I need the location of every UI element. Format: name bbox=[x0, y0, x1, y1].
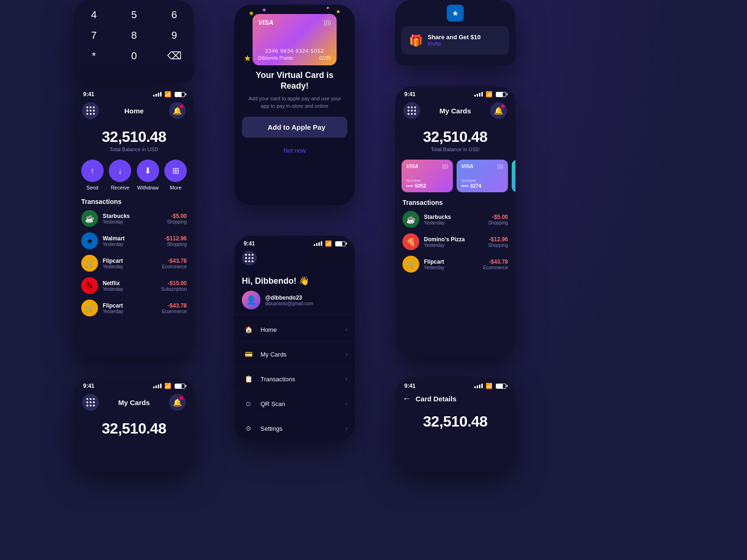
numpad-key[interactable]: 5 bbox=[114, 5, 154, 25]
transaction-item[interactable]: 🛒 Flipcart Yesterday -$43.78 Ecommerce bbox=[402, 256, 508, 273]
tx-amount: -$15.00 bbox=[161, 280, 187, 287]
tx-name: Domino's Pizza bbox=[424, 236, 488, 243]
wifi-3: 📶 bbox=[486, 91, 493, 98]
virtual-card-subtitle: Add your card to apple pay and use your … bbox=[242, 95, 347, 110]
not-now-button[interactable]: Not now bbox=[234, 142, 355, 158]
tx-amounts: -$5.00 Shopping bbox=[488, 214, 508, 225]
action-label-withdraw: Withdraw bbox=[137, 185, 159, 190]
status-icons-6: 📶 bbox=[474, 383, 506, 389]
signal-bars-3 bbox=[474, 92, 483, 97]
tx-name: Starbucks bbox=[424, 214, 488, 220]
menu-item-home[interactable]: 🏠 Home › bbox=[234, 317, 355, 342]
transaction-item[interactable]: 🛒 Flipcart Yesterday -$43.78 Ecommerce bbox=[81, 255, 187, 272]
transaction-item[interactable]: 🍕 Domino's Pizza Yesterday -$12.96 Shopp… bbox=[402, 233, 508, 250]
menu-dots-4[interactable] bbox=[242, 251, 257, 266]
chevron-right-icon: › bbox=[345, 400, 347, 407]
status-bar: 9:41 📶 bbox=[74, 86, 194, 99]
menu-btn-5[interactable] bbox=[82, 394, 99, 411]
share-link[interactable]: Invite bbox=[428, 41, 480, 47]
action-btn-receive[interactable]: ↓ bbox=[109, 160, 131, 182]
notif-btn-5[interactable]: 🔔 bbox=[169, 394, 186, 411]
action-label-send: Send bbox=[86, 185, 99, 190]
numpad-key[interactable]: 9 bbox=[154, 25, 194, 46]
menu-item-transactions[interactable]: 📋 Transactions › bbox=[234, 367, 355, 392]
tx-amounts: -$112.96 Shopping bbox=[165, 235, 187, 247]
numpad-key[interactable]: 4 bbox=[74, 5, 114, 25]
apple-pay-button[interactable]: Add to Apple Pay bbox=[242, 117, 347, 138]
numpad-key[interactable]: ⌫ bbox=[154, 46, 194, 66]
action-item-more[interactable]: ⊞ More bbox=[164, 160, 187, 190]
numpad-key[interactable]: * bbox=[74, 46, 114, 66]
phone-home: 9:41 📶 Home bbox=[74, 86, 194, 357]
tx-date: Yesterday bbox=[103, 309, 162, 314]
numpad-key[interactable]: 0 bbox=[114, 46, 154, 66]
transaction-item[interactable]: ☕ Starbucks Yesterday -$5.00 Shopping bbox=[81, 210, 187, 227]
phone-numpad: 456789*0⌫ bbox=[74, 0, 194, 82]
menu-btn-3[interactable] bbox=[403, 102, 420, 119]
tx-section-3: Transactions ☕ Starbucks Yesterday -$5.0… bbox=[395, 199, 515, 273]
phone-mycards-bottom: 9:41 📶 My Cards bbox=[74, 378, 194, 471]
tx-info: Domino's Pizza Yesterday bbox=[424, 236, 488, 248]
time-4: 9:41 bbox=[244, 240, 255, 247]
action-item-receive[interactable]: ↓ Receive bbox=[109, 160, 131, 190]
tx-info: Netflix Yesterday bbox=[103, 280, 161, 292]
share-box[interactable]: 🎁 Share and Get $10 Invite bbox=[402, 26, 509, 55]
action-btn-send[interactable]: ↑ bbox=[81, 160, 104, 182]
mini-card[interactable]: VISA )))) Number •••• 3274 bbox=[457, 160, 508, 192]
menu-item-qr-scan[interactable]: ⊙ QR Scan › bbox=[234, 392, 355, 416]
balance-label-3: Total Balance in USD bbox=[395, 147, 515, 152]
action-btn-withdraw[interactable]: ⬇ bbox=[137, 160, 159, 182]
action-btn-more[interactable]: ⊞ bbox=[164, 160, 187, 182]
signal-bars bbox=[153, 92, 162, 97]
wifi-5: 📶 bbox=[164, 383, 171, 389]
action-item-send[interactable]: ↑ Send bbox=[81, 160, 104, 190]
phone-card-details: 9:41 📶 ← Card Details 32,510.48 bbox=[395, 378, 515, 471]
balance-label: Total Balance in USD bbox=[74, 147, 194, 152]
tx-info: Starbucks Yesterday bbox=[424, 214, 488, 225]
menu-icon: 🏠 bbox=[242, 323, 255, 336]
transactions-title: Transactions bbox=[81, 198, 187, 205]
transaction-item[interactable]: ★ Walmart Yesterday -$112.96 Shopping bbox=[81, 232, 187, 249]
contactless-icon: )))) bbox=[324, 19, 331, 26]
tx-name: Flipcart bbox=[103, 258, 162, 264]
wifi-6: 📶 bbox=[486, 383, 493, 389]
cards-row: VISA )))) Number •••• 5052 VISA )))) Num… bbox=[395, 160, 515, 199]
share-title: Share and Get $10 bbox=[428, 34, 480, 41]
mini-card[interactable]: VISA )))) Number •••• 5052 bbox=[402, 160, 453, 192]
battery-icon bbox=[175, 92, 185, 97]
transaction-item[interactable]: ☕ Starbucks Yesterday -$5.00 Shopping bbox=[402, 211, 508, 228]
tx-amount: -$112.96 bbox=[165, 235, 187, 242]
menu-item-settings[interactable]: ⚙ Settings › bbox=[234, 416, 355, 441]
tx-amounts: -$43.78 Ecommerce bbox=[483, 259, 508, 270]
menu-button[interactable] bbox=[82, 102, 99, 119]
numpad-key[interactable]: 8 bbox=[114, 25, 154, 46]
tx-date: Yesterday bbox=[103, 287, 161, 292]
walmart-icon: ★ bbox=[447, 5, 464, 21]
tx-title-3: Transactions bbox=[402, 199, 508, 206]
battery-6 bbox=[496, 384, 506, 389]
back-button[interactable]: ← bbox=[402, 394, 411, 404]
tx-category: Ecommerce bbox=[162, 309, 187, 314]
card-number-label: Number bbox=[406, 178, 448, 183]
tx-amount: -$43.78 bbox=[483, 259, 508, 265]
menu-item-my-cards[interactable]: 💳 My Cards › bbox=[234, 342, 355, 367]
signal-bar-2 bbox=[155, 94, 157, 97]
signal-bars-6 bbox=[474, 384, 483, 388]
card-last4: •••• 5052 bbox=[406, 183, 448, 189]
action-item-withdraw[interactable]: ⬇ Withdraw bbox=[137, 160, 159, 190]
tx-info: Flipcart Yesterday bbox=[424, 259, 483, 270]
status-icons: 📶 bbox=[153, 91, 185, 98]
tx-category: Shopping bbox=[167, 219, 187, 224]
visa-logo: VISA bbox=[461, 163, 473, 169]
tx-amounts: -$43.78 Ecommerce bbox=[162, 302, 187, 314]
transaction-item[interactable]: 🛒 Flipcart Yesterday -$43.78 Ecommerce bbox=[81, 300, 187, 316]
star-1: ★ bbox=[248, 9, 254, 17]
notification-button[interactable]: 🔔 bbox=[169, 102, 186, 119]
tx-icon: ☕ bbox=[402, 211, 419, 228]
phone-my-cards: 9:41 📶 My Cards bbox=[395, 86, 515, 357]
transaction-item[interactable]: N Netflix Yesterday -$15.00 Subscription bbox=[81, 277, 187, 294]
numpad-key[interactable]: 7 bbox=[74, 25, 114, 46]
numpad-key[interactable]: 6 bbox=[154, 5, 194, 25]
notif-btn-3[interactable]: 🔔 bbox=[490, 102, 507, 119]
signal-bars-4 bbox=[314, 241, 322, 246]
